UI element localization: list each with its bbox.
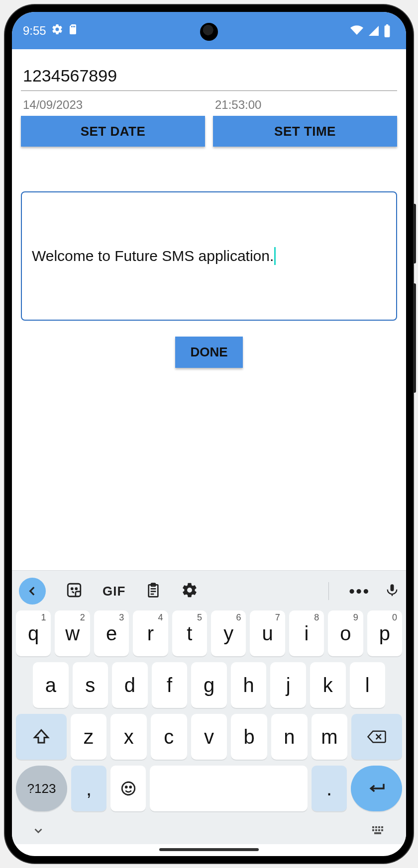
app-content: 14/09/2023 SET DATE 21:53:00 SET TIME We… bbox=[12, 49, 406, 570]
svg-rect-13 bbox=[372, 826, 374, 828]
wifi-icon bbox=[349, 25, 364, 37]
enter-icon bbox=[367, 781, 387, 795]
key-r[interactable]: r4 bbox=[133, 610, 168, 656]
svg-rect-20 bbox=[381, 829, 383, 831]
collapse-keyboard-icon[interactable] bbox=[32, 824, 45, 839]
svg-point-10 bbox=[122, 782, 135, 795]
key-k[interactable]: k bbox=[310, 662, 346, 708]
shift-key[interactable] bbox=[16, 714, 67, 760]
clipboard-icon[interactable] bbox=[145, 582, 161, 601]
key-u[interactable]: u7 bbox=[250, 610, 285, 656]
gear-icon bbox=[51, 23, 63, 38]
numeric-switch-key[interactable]: ?123 bbox=[16, 766, 67, 811]
svg-rect-0 bbox=[68, 584, 81, 597]
time-column: 21:53:00 SET TIME bbox=[213, 98, 397, 147]
text-cursor bbox=[274, 247, 276, 265]
message-text: Welcome to Future SMS application. bbox=[32, 248, 274, 264]
done-button[interactable]: DONE bbox=[175, 337, 242, 368]
svg-rect-18 bbox=[375, 829, 377, 831]
svg-point-12 bbox=[130, 786, 131, 788]
date-time-row: 14/09/2023 SET DATE 21:53:00 SET TIME bbox=[21, 98, 397, 147]
key-p[interactable]: p0 bbox=[367, 610, 402, 656]
settings-icon[interactable] bbox=[181, 582, 198, 601]
key-s[interactable]: s bbox=[73, 662, 108, 708]
phone-frame: 9:55 bbox=[5, 5, 413, 863]
svg-rect-14 bbox=[375, 826, 377, 828]
key-c[interactable]: c bbox=[151, 714, 187, 760]
emoji-key[interactable] bbox=[110, 766, 146, 811]
key-y[interactable]: y6 bbox=[211, 610, 246, 656]
gif-button[interactable]: GIF bbox=[103, 584, 125, 599]
mic-icon[interactable] bbox=[385, 581, 399, 601]
period-key[interactable]: . bbox=[312, 766, 347, 811]
set-date-button[interactable]: SET DATE bbox=[21, 116, 205, 147]
phone-number-input[interactable] bbox=[21, 63, 397, 91]
battery-icon bbox=[383, 24, 391, 37]
svg-rect-21 bbox=[374, 832, 381, 834]
key-x[interactable]: x bbox=[110, 714, 147, 760]
space-key[interactable] bbox=[150, 766, 308, 811]
keyboard-toolbar: GIF ••• bbox=[16, 574, 402, 610]
svg-rect-15 bbox=[378, 826, 380, 828]
date-label: 14/09/2023 bbox=[21, 98, 205, 112]
key-i[interactable]: i8 bbox=[289, 610, 324, 656]
svg-rect-17 bbox=[372, 829, 374, 831]
key-v[interactable]: v bbox=[191, 714, 227, 760]
key-g[interactable]: g bbox=[191, 662, 227, 708]
nav-hints bbox=[12, 821, 406, 844]
set-time-button[interactable]: SET TIME bbox=[213, 116, 397, 147]
kb-back-button[interactable] bbox=[19, 578, 46, 605]
svg-rect-16 bbox=[381, 826, 383, 828]
backspace-key[interactable] bbox=[351, 714, 402, 760]
nav-handle[interactable] bbox=[159, 848, 259, 851]
key-f[interactable]: f bbox=[152, 662, 188, 708]
svg-point-1 bbox=[71, 588, 73, 590]
key-z[interactable]: z bbox=[71, 714, 107, 760]
keyboard-switch-icon[interactable] bbox=[371, 825, 386, 838]
keyboard-row-1: q1w2e3r4t5y6u7i8o9p0 bbox=[16, 610, 402, 656]
screen: 9:55 bbox=[12, 12, 406, 856]
key-t[interactable]: t5 bbox=[172, 610, 207, 656]
sd-card-icon bbox=[68, 23, 78, 38]
key-q[interactable]: q1 bbox=[16, 610, 51, 656]
key-l[interactable]: l bbox=[350, 662, 386, 708]
svg-point-11 bbox=[125, 786, 127, 788]
emoji-icon bbox=[120, 780, 137, 797]
chevron-left-icon bbox=[26, 585, 39, 598]
status-time: 9:55 bbox=[23, 24, 46, 38]
key-h[interactable]: h bbox=[231, 662, 267, 708]
message-input[interactable]: Welcome to Future SMS application. bbox=[21, 191, 397, 321]
signal-icon bbox=[367, 25, 380, 37]
side-button bbox=[413, 204, 416, 263]
date-column: 14/09/2023 SET DATE bbox=[21, 98, 205, 147]
keyboard-row-3: zxcvbnm bbox=[16, 714, 402, 760]
key-j[interactable]: j bbox=[270, 662, 306, 708]
shift-icon bbox=[32, 728, 50, 746]
time-label: 21:53:00 bbox=[213, 98, 397, 112]
camera-notch bbox=[200, 23, 218, 41]
key-o[interactable]: o9 bbox=[328, 610, 363, 656]
toolbar-divider bbox=[328, 582, 329, 600]
status-right bbox=[349, 24, 391, 37]
soft-keyboard: GIF ••• q1w2e3r4t5y6u7i8o9p0 bbox=[12, 570, 406, 821]
key-m[interactable]: m bbox=[312, 714, 348, 760]
key-a[interactable]: a bbox=[33, 662, 69, 708]
sticker-icon[interactable] bbox=[66, 582, 83, 601]
key-d[interactable]: d bbox=[112, 662, 148, 708]
enter-key[interactable] bbox=[351, 766, 402, 811]
done-row: DONE bbox=[21, 337, 397, 368]
more-icon[interactable]: ••• bbox=[349, 582, 370, 601]
backspace-icon bbox=[367, 729, 387, 745]
keyboard-row-4: ?123 , . bbox=[16, 766, 402, 811]
key-n[interactable]: n bbox=[271, 714, 308, 760]
keyboard-row-2: asdfghjkl bbox=[16, 662, 402, 708]
key-e[interactable]: e3 bbox=[94, 610, 129, 656]
key-b[interactable]: b bbox=[231, 714, 267, 760]
comma-key[interactable]: , bbox=[71, 766, 106, 811]
key-w[interactable]: w2 bbox=[55, 610, 90, 656]
svg-rect-19 bbox=[378, 829, 380, 831]
side-button bbox=[413, 283, 416, 393]
status-left: 9:55 bbox=[23, 23, 78, 38]
svg-point-2 bbox=[76, 588, 77, 590]
